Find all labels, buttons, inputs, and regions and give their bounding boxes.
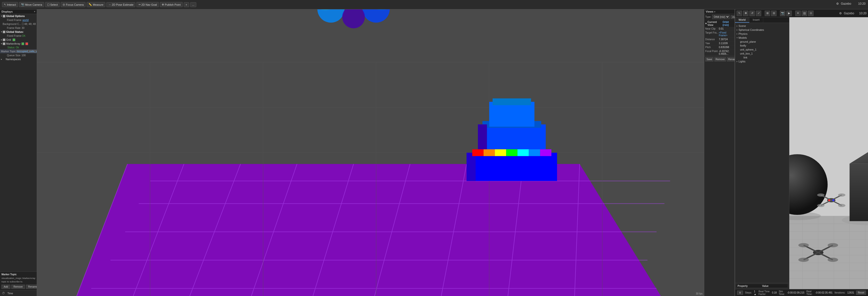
gz-unit-box-item[interactable]: unit_box_1 (737, 52, 787, 56)
select-btn[interactable]: ▢ Select (45, 2, 60, 7)
global-options-item[interactable]: ▾ Global Options (0, 14, 37, 18)
global-options-check[interactable] (3, 15, 5, 18)
yaw-row: Yaw 3.11039 (704, 41, 735, 46)
gazebo-props-section: Property Value (735, 283, 789, 289)
expand-arrow: ▾ (1, 15, 2, 17)
gz-scene-item[interactable]: ▸ Scene (737, 24, 787, 28)
marker-topic-value[interactable]: /occupied_cells_vis... (16, 50, 37, 53)
background-color-swatch[interactable] (22, 23, 24, 25)
views-collapse-btn[interactable]: ▾ (714, 10, 715, 13)
markerarray-enabled[interactable] (22, 42, 24, 45)
focus-camera-btn[interactable]: ◎ Focus Camera (61, 2, 86, 7)
frame-rate-value: 30 (22, 26, 24, 29)
marker-topic-item[interactable]: Marker Topic /occupied_cells_vis... (0, 49, 37, 53)
gz-spherical-item[interactable]: ▸ Spherical Coordinates (737, 28, 787, 32)
gz-firefly-item[interactable]: firefly (737, 44, 787, 48)
gazebo-title: Gazebo (844, 11, 854, 15)
center-viewport[interactable]: 30 fps (37, 9, 704, 296)
gazebo-bottom-bar: ⏸ Steps: 1 ▲ Real Time Factor: 0.18 Sim … (735, 289, 868, 296)
markerarray-check[interactable] (3, 42, 5, 45)
gz-align-tool[interactable]: ⊟ (771, 10, 776, 16)
select-icon: ▢ (47, 3, 50, 6)
gz-select-tool[interactable]: ↖ (737, 10, 742, 16)
rviz-3d-viewport[interactable]: 30 fps (37, 9, 704, 296)
gz-box-label: unit_box_1 (740, 52, 753, 55)
svg-rect-68 (789, 216, 868, 289)
gz-record-tool[interactable]: ▶ (786, 10, 792, 16)
fixed-frame-value: world (23, 19, 29, 22)
gz-models-item[interactable]: ▾ Models (737, 36, 787, 40)
gz-pause-btn[interactable]: ⏸ (737, 291, 743, 295)
ff-status-value: OK (22, 34, 25, 37)
gazebo-tabs: World Insert (735, 17, 789, 23)
queue-size-item[interactable]: Queue Size 100 (0, 53, 37, 57)
marker-info-panel: Marker Topic visualization_msgs::MarkerA… (0, 271, 37, 290)
gz-scale-tool[interactable]: ⤢ (756, 10, 761, 16)
gz-translate-tool[interactable]: ✥ (743, 10, 748, 16)
gz-screenshot-tool[interactable]: 📷 (780, 10, 785, 16)
interact-btn[interactable]: ↖ Interact (2, 2, 18, 7)
publish-point-btn[interactable]: ⊕ Publish Point (160, 2, 183, 7)
point-icon: ⊕ (162, 3, 164, 6)
save-view-btn[interactable]: Save (705, 57, 713, 61)
namespaces-item[interactable]: ▸ Namespaces (0, 57, 37, 61)
gz-link-tool[interactable]: ⛓ (802, 10, 807, 16)
svg-rect-49 (506, 149, 518, 156)
focal-point-row: Focal Point -0.33742; 0.4605... (704, 49, 735, 56)
more-tools-btn[interactable]: ... (190, 2, 196, 7)
marker-info-description: visualization_msgs::MarkerArray topic to… (1, 276, 35, 283)
panel-collapse-btn[interactable]: ▾ (34, 10, 35, 13)
grid-check[interactable] (3, 38, 5, 41)
background-color-label: Background C... (3, 23, 21, 25)
svg-point-108 (828, 243, 838, 247)
focus-icon: ◎ (63, 3, 65, 6)
insert-tab[interactable]: Insert (749, 17, 764, 23)
2d-pose-btn[interactable]: → 2D Pose Estimate (106, 2, 135, 7)
background-color-item[interactable]: Background C... 48; 48; 48 (0, 22, 37, 26)
rename-display-btn[interactable]: Rename (26, 285, 37, 289)
gz-ground-plane-item[interactable]: ground_plane (737, 40, 787, 44)
fixed-frame-item[interactable]: Fixed Frame world (0, 18, 37, 22)
gazebo-3d-viewport[interactable] (789, 17, 868, 289)
markerarray-item[interactable]: ▾ MarkerArray (0, 42, 37, 46)
grid-enabled-check[interactable] (12, 38, 15, 41)
scene-arrow: ▸ (737, 25, 738, 27)
world-tab[interactable]: World (735, 17, 749, 23)
grid-item[interactable]: ▸ Grid (0, 38, 37, 42)
gz-lights-item[interactable]: ▸ Lights (737, 59, 787, 63)
gz-reset-btn[interactable]: Reset (856, 291, 866, 295)
2d-nav-btn[interactable]: ⇒ 2D Nav Goal (136, 2, 159, 7)
marker-topic-label: Marker Topic (1, 50, 16, 53)
global-options-label: Global Options (6, 14, 25, 18)
frame-rate-item[interactable]: Frame Rate 30 (0, 26, 37, 30)
global-status-check[interactable] (3, 31, 5, 33)
svg-marker-1 (71, 164, 670, 296)
view-properties-list: Near Clip 0.01 Target Fra... <Fixed Fram… (704, 27, 735, 56)
svg-rect-45 (478, 124, 487, 153)
property-col-header: Property (738, 285, 762, 287)
gz-rotate-tool[interactable]: ↺ (749, 10, 755, 16)
gz-unit-sphere-item[interactable]: unit_sphere_1 (737, 48, 787, 52)
svg-rect-51 (529, 149, 540, 156)
svg-point-105 (799, 243, 809, 247)
measure-btn[interactable]: 📏 Measure (87, 2, 105, 7)
view-type-select[interactable]: Orbit (rviz) (712, 15, 730, 19)
gz-link-item[interactable]: link (737, 56, 787, 59)
move-camera-btn[interactable]: 📷 Move Camera (19, 2, 44, 7)
markerarray-label: MarkerArray (6, 42, 21, 45)
global-status-item[interactable]: ▾ Global Status: (0, 30, 37, 34)
rename-view-btn[interactable]: Rename (727, 57, 735, 61)
gz-ground-label: ground_plane (740, 40, 756, 43)
viewport-fps: 30 fps (696, 292, 703, 295)
add-display-btn[interactable]: Add (1, 285, 10, 289)
gz-lights-label: Lights (739, 60, 745, 63)
gz-joint-tool[interactable]: ⊙ (808, 10, 813, 16)
add-tool-btn[interactable]: + (184, 2, 189, 7)
gz-physics-item[interactable]: ▸ Physics (737, 32, 787, 36)
gz-light-tool[interactable]: ☀ (795, 10, 801, 16)
zero-btn[interactable]: Zero (731, 15, 735, 19)
gz-snap-tool[interactable]: ⊞ (765, 10, 770, 16)
remove-display-btn[interactable]: Remove (11, 285, 25, 289)
remove-view-btn[interactable]: Remove (714, 57, 726, 61)
displays-panel: Displays ▾ ▾ Global Options Fixed Frame … (0, 9, 37, 296)
